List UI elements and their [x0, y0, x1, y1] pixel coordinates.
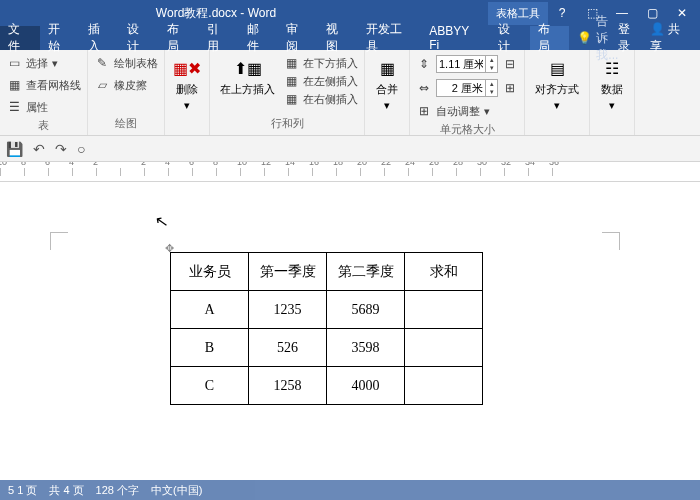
chevron-down-icon: ▾: [609, 99, 615, 112]
table-cell[interactable]: [405, 367, 483, 405]
delete-icon: ▦✖: [175, 56, 199, 80]
tab-file[interactable]: 文件: [0, 26, 40, 50]
chevron-down-icon: ▾: [554, 99, 560, 112]
quick-access-toolbar: 💾 ↶ ↷ ○: [0, 136, 700, 162]
distribute-rows-icon[interactable]: ⊟: [502, 56, 518, 72]
spin-up-icon[interactable]: ▴: [485, 56, 497, 64]
merge-button[interactable]: ▦ 合并 ▾: [371, 54, 403, 114]
properties-icon: ☰: [6, 99, 22, 115]
ribbon-tabs: 文件 开始 插入 设计 布局 引用 邮件 审阅 视图 开发工具 ABBYY Fi…: [0, 26, 700, 50]
spin-up-icon[interactable]: ▴: [485, 80, 497, 88]
group-label: 行和列: [216, 114, 358, 131]
table-header[interactable]: 第二季度: [327, 253, 405, 291]
share-button[interactable]: 👤 共享: [650, 21, 692, 55]
group-label: 绘图: [94, 114, 158, 131]
group-draw: ✎绘制表格 ▱橡皮擦 绘图: [88, 50, 165, 135]
data-button[interactable]: ☷ 数据 ▾: [596, 54, 628, 114]
table-header[interactable]: 求和: [405, 253, 483, 291]
table-header[interactable]: 业务员: [171, 253, 249, 291]
row-height-icon: ⇕: [416, 56, 432, 72]
table-cell[interactable]: 3598: [327, 329, 405, 367]
tab-design[interactable]: 设计: [119, 26, 159, 50]
tab-home[interactable]: 开始: [40, 26, 80, 50]
page: ↖ ✥ 业务员 第一季度 第二季度 求和 A 1235 5689 B 526 3…: [20, 182, 660, 500]
qat-more-icon[interactable]: ○: [77, 141, 85, 157]
autofit-button[interactable]: ⊞自动调整▾: [416, 102, 518, 120]
tab-layout[interactable]: 布局: [159, 26, 199, 50]
insert-right-icon: ▦: [283, 91, 299, 107]
tab-developer[interactable]: 开发工具: [358, 26, 422, 50]
autofit-icon: ⊞: [416, 103, 432, 119]
status-total[interactable]: 共 4 页: [49, 483, 83, 498]
margin-corner: [602, 232, 620, 250]
table-cell[interactable]: 526: [249, 329, 327, 367]
table-cell[interactable]: [405, 329, 483, 367]
col-width-input[interactable]: ▴▾: [436, 79, 498, 97]
tab-mailings[interactable]: 邮件: [239, 26, 279, 50]
tab-insert[interactable]: 插入: [80, 26, 120, 50]
ribbon: ▭选择▾ ▦查看网格线 ☰属性 表 ✎绘制表格 ▱橡皮擦 绘图 ▦✖ 删除 ▾ …: [0, 50, 700, 136]
tab-abbyy[interactable]: ABBYY Fi: [421, 26, 490, 50]
table-cell[interactable]: 1235: [249, 291, 327, 329]
table-cell[interactable]: A: [171, 291, 249, 329]
insert-above-button[interactable]: ⬆▦ 在上方插入: [216, 54, 279, 108]
status-page[interactable]: 5 1 页: [8, 483, 37, 498]
insert-right-button[interactable]: ▦在右侧插入: [283, 90, 358, 108]
lightbulb-icon: 💡: [577, 31, 592, 45]
row-height-input[interactable]: ▴▾: [436, 55, 498, 73]
cursor-icon: ↖: [153, 211, 169, 232]
col-width-icon: ⇔: [416, 80, 432, 96]
table-cell[interactable]: [405, 291, 483, 329]
tell-me-box[interactable]: 💡 告诉我...: [569, 26, 618, 50]
data-table[interactable]: 业务员 第一季度 第二季度 求和 A 1235 5689 B 526 3598 …: [170, 252, 483, 405]
status-chars[interactable]: 128 个字: [96, 483, 139, 498]
row-height: ⇕ ▴▾ ⊟: [416, 54, 518, 74]
save-icon[interactable]: 💾: [6, 141, 23, 157]
tab-table-design[interactable]: 设计: [490, 26, 530, 50]
alignment-button[interactable]: ▤ 对齐方式 ▾: [531, 54, 583, 114]
draw-table-button[interactable]: ✎绘制表格: [94, 54, 158, 72]
delete-button[interactable]: ▦✖ 删除 ▾: [171, 54, 203, 114]
merge-icon: ▦: [375, 56, 399, 80]
table-header[interactable]: 第一季度: [249, 253, 327, 291]
group-label: 单元格大小: [416, 120, 518, 137]
margin-corner: [50, 232, 68, 250]
document-area[interactable]: ↖ ✥ 业务员 第一季度 第二季度 求和 A 1235 5689 B 526 3…: [0, 182, 700, 500]
chevron-down-icon: ▾: [484, 105, 490, 118]
properties-button[interactable]: ☰属性: [6, 98, 81, 116]
undo-icon[interactable]: ↶: [33, 141, 45, 157]
insert-below-button[interactable]: ▦在下方插入: [283, 54, 358, 72]
pencil-icon: ✎: [94, 55, 110, 71]
select-icon: ▭: [6, 55, 22, 71]
redo-icon[interactable]: ↷: [55, 141, 67, 157]
spin-down-icon[interactable]: ▾: [485, 64, 497, 72]
table-row: B 526 3598: [171, 329, 483, 367]
status-lang[interactable]: 中文(中国): [151, 483, 202, 498]
tab-table-layout[interactable]: 布局: [530, 26, 570, 50]
align-icon: ▤: [545, 56, 569, 80]
distribute-cols-icon[interactable]: ⊞: [502, 80, 518, 96]
chevron-down-icon: ▾: [384, 99, 390, 112]
insert-left-button[interactable]: ▦在左侧插入: [283, 72, 358, 90]
table-cell[interactable]: 1258: [249, 367, 327, 405]
table-cell[interactable]: B: [171, 329, 249, 367]
window-title: Word教程.docx - Word: [4, 5, 428, 22]
table-cell[interactable]: C: [171, 367, 249, 405]
group-rows-cols: ⬆▦ 在上方插入 ▦在下方插入 ▦在左侧插入 ▦在右侧插入 行和列: [210, 50, 365, 135]
insert-below-icon: ▦: [283, 55, 299, 71]
table-cell[interactable]: 4000: [327, 367, 405, 405]
group-table: ▭选择▾ ▦查看网格线 ☰属性 表: [0, 50, 88, 135]
select-button[interactable]: ▭选择▾: [6, 54, 81, 72]
horizontal-ruler[interactable]: 10864224681012141618202224262830323436: [0, 162, 700, 182]
eraser-button[interactable]: ▱橡皮擦: [94, 76, 158, 94]
tab-review[interactable]: 审阅: [278, 26, 318, 50]
tab-view[interactable]: 视图: [318, 26, 358, 50]
group-delete: ▦✖ 删除 ▾: [165, 50, 210, 135]
status-bar: 5 1 页 共 4 页 128 个字 中文(中国): [0, 480, 700, 500]
chevron-down-icon: ▾: [52, 57, 58, 70]
view-gridlines-button[interactable]: ▦查看网格线: [6, 76, 81, 94]
spin-down-icon[interactable]: ▾: [485, 88, 497, 96]
table-cell[interactable]: 5689: [327, 291, 405, 329]
tab-references[interactable]: 引用: [199, 26, 239, 50]
group-label: 表: [6, 116, 81, 133]
